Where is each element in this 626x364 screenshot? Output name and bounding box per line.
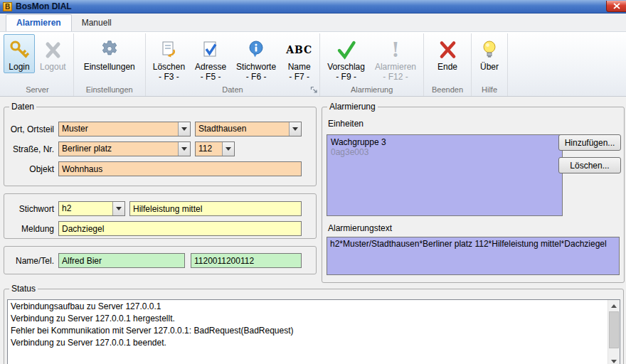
stichworte-f6-button[interactable]: Stichworte - F6 - (231, 34, 281, 83)
scroll-thumb[interactable] (609, 311, 619, 348)
scroll-track[interactable] (608, 348, 620, 355)
einheit-loeschen-button[interactable]: Löschen... (558, 157, 621, 173)
key-icon (9, 38, 30, 62)
ende-button[interactable]: Ende (432, 34, 463, 73)
objekt-label: Objekt (9, 164, 54, 174)
hausnummer-combobox[interactable]: 112 (195, 141, 235, 156)
name-tel-label: Name/Tel. (9, 256, 54, 266)
stichwort-label: Stichwort (9, 204, 54, 214)
daten-groupbox: Daten Ort, Ortsteil Muster Stadthausen S… (4, 107, 317, 186)
ribbon-group-hilfe: Über Hilfe (472, 33, 508, 96)
objekt-field[interactable] (58, 161, 302, 176)
lightbulb-icon (481, 38, 498, 62)
einheiten-list-item[interactable]: Wachgruppe 3 0ag3e003 (331, 137, 558, 157)
ribbon-group-label-alarmierung: Alarmierung (322, 85, 421, 96)
stichwort-value: h2 (59, 202, 112, 215)
ribbon-group-label-server: Server (4, 85, 71, 96)
green-check-icon (336, 38, 357, 62)
name-f7-button[interactable]: ABC Name - F7 - (281, 34, 317, 83)
logout-button: Logout (35, 34, 71, 73)
strasse-label: Straße, Nr. (9, 144, 54, 154)
dropdown-arrow-icon[interactable] (222, 142, 234, 156)
alarmierungstext-label: Alarmierungstext (328, 223, 392, 233)
info-icon (247, 38, 265, 62)
logout-x-icon (43, 38, 63, 62)
login-button[interactable]: Login (4, 34, 35, 73)
einstellungen-button[interactable]: Einstellungen (76, 34, 143, 73)
ribbon-group-server: Login Logout Server (1, 33, 74, 96)
dropdown-arrow-icon[interactable] (178, 142, 190, 156)
ort-combobox[interactable]: Muster (58, 122, 191, 136)
unit-name: Wachgruppe 3 (331, 137, 558, 147)
ribbon-group-label-daten: Daten (148, 85, 318, 96)
address-check-icon (201, 38, 221, 62)
ribbon-group-label-beenden: Beenden (426, 85, 469, 96)
loeschen-f3-button[interactable]: Löschen - F3 - (148, 34, 190, 83)
status-message[interactable]: Verbindungsaufbau zu Server 127.0.0.1 (8, 300, 620, 312)
close-icon (613, 3, 620, 9)
dropdown-arrow-icon[interactable] (178, 122, 190, 136)
telefon-field[interactable] (191, 253, 302, 268)
ribbon: Login Logout Server Einstellungen (0, 32, 626, 97)
app-logo-icon: B (3, 2, 12, 11)
exclamation-icon: ! (391, 39, 400, 61)
alarmierung-groupbox: Alarmierung Einheiten Wachgruppe 3 0ag3e… (322, 107, 625, 283)
hausnummer-value: 112 (196, 142, 222, 156)
dropdown-arrow-icon[interactable] (289, 122, 301, 136)
tab-alarmieren[interactable]: Alarmieren (6, 14, 72, 31)
stichwort-text-field[interactable] (129, 201, 302, 216)
ort-value: Muster (59, 122, 178, 136)
daten-dialog-launcher-icon[interactable] (310, 86, 318, 94)
ribbon-tab-row: Alarmieren Manuell (0, 14, 626, 32)
stichwort-combobox[interactable]: h2 (58, 201, 125, 216)
status-message[interactable]: Verbindung zu Server 127.0.0.1 hergestel… (8, 312, 620, 324)
adresse-f5-button[interactable]: Adresse - F5 - (190, 34, 231, 83)
ribbon-group-label-einstellungen: Einstellungen (76, 85, 143, 96)
ribbon-group-daten: Löschen - F3 - Adresse - F5 - (146, 33, 321, 96)
name-tel-groupbox: Name/Tel. (4, 246, 317, 274)
strasse-value: Berliner platz (59, 142, 178, 156)
status-list: Verbindungsaufbau zu Server 127.0.0.1 Ve… (7, 299, 620, 364)
hinzufuegen-button[interactable]: Hinzufügen... (558, 134, 621, 151)
ort-label: Ort, Ortsteil (9, 124, 54, 134)
ribbon-group-label-hilfe: Hilfe (474, 85, 505, 96)
stichwort-groupbox: Stichwort h2 Meldung (4, 193, 317, 239)
daten-groupbox-label: Daten (9, 102, 36, 112)
status-message[interactable]: Fehler bei Kommunikation mit Server 127.… (8, 324, 620, 336)
name-field[interactable] (58, 253, 185, 268)
status-message[interactable]: Verbindung zu Server 127.0.0.1 beendet. (8, 336, 620, 348)
ueber-button[interactable]: Über (474, 34, 505, 73)
ribbon-group-beenden: Ende Beenden (424, 33, 472, 96)
meldung-label: Meldung (9, 224, 54, 234)
close-button[interactable] (606, 1, 626, 12)
red-x-icon (437, 38, 458, 62)
abc-icon: ABC (286, 44, 312, 55)
ortsteil-combobox[interactable]: Stadthausen (195, 122, 302, 136)
tab-manuell[interactable]: Manuell (72, 15, 122, 31)
einheiten-listbox[interactable]: Wachgruppe 3 0ag3e003 (327, 134, 563, 216)
titlebar[interactable]: B BosMon DIAL (0, 0, 626, 14)
ribbon-group-alarmierung: Vorschlag - F9 - ! Alarmieren - F12 - Al… (320, 33, 424, 96)
alarmieren-f12-button: ! Alarmieren - F12 - (370, 34, 421, 83)
status-scrollbar[interactable] (608, 300, 620, 364)
vorschlag-f9-button[interactable]: Vorschlag - F9 - (322, 34, 370, 83)
alarmierungstext-field[interactable]: h2*Muster/Stadthausen*Berliner platz 112… (327, 237, 620, 275)
gear-icon (99, 38, 120, 62)
window-title: BosMon DIAL (16, 1, 72, 11)
einheiten-label: Einheiten (328, 119, 364, 129)
scroll-down-icon[interactable] (608, 355, 620, 364)
clear-form-icon (159, 38, 179, 62)
dropdown-arrow-icon[interactable] (112, 202, 124, 215)
ribbon-group-einstellungen: Einstellungen Einstellungen (74, 33, 146, 96)
unit-code: 0ag3e003 (331, 147, 558, 157)
status-groupbox: Status Verbindungsaufbau zu Server 127.0… (4, 289, 624, 364)
meldung-field[interactable] (58, 221, 302, 236)
strasse-combobox[interactable]: Berliner platz (58, 141, 191, 156)
ortsteil-value: Stadthausen (196, 122, 289, 136)
status-groupbox-label: Status (9, 284, 38, 294)
scroll-up-icon[interactable] (608, 300, 620, 311)
alarmierung-groupbox-label: Alarmierung (327, 102, 378, 112)
